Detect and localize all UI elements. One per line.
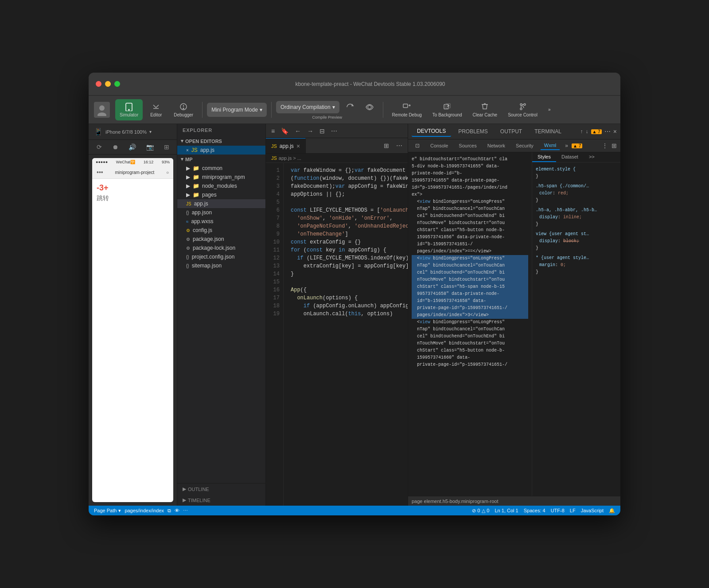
subtab-icon[interactable]: ⊡ bbox=[412, 141, 423, 150]
tab-appjs[interactable]: JS app.js × bbox=[266, 138, 306, 153]
wxml-line-selected: pages/index/index">3</view> bbox=[412, 312, 528, 319]
debugger-button[interactable]: Debugger bbox=[169, 99, 198, 120]
devtools-toolbar: ⊡ Console Sources Network Security Wxml … bbox=[408, 139, 620, 152]
filename: app.js bbox=[194, 201, 208, 207]
outline-section[interactable]: ▶ OUTLINE bbox=[177, 484, 265, 495]
source-control-button[interactable]: Source Control bbox=[503, 99, 542, 120]
nav-forward-icon[interactable]: → bbox=[305, 127, 315, 135]
styles-tab[interactable]: Styles bbox=[532, 152, 556, 162]
file-packagelockjson[interactable]: ⚙ package-lock.json bbox=[177, 244, 265, 252]
separate-icon[interactable]: ⊞ bbox=[163, 143, 170, 151]
tab-terminal[interactable]: TERMINAL bbox=[529, 127, 567, 136]
more-style-tab[interactable]: >> bbox=[584, 152, 600, 162]
wxml-line: ex"> bbox=[412, 191, 528, 198]
split-icon[interactable]: ⊟ bbox=[318, 127, 327, 135]
breadcrumb-text: app.js > ... bbox=[279, 155, 301, 161]
page-path-item[interactable]: Page Path ▾ bbox=[94, 508, 121, 514]
code-content[interactable]: var fakeWindow = {};var fakeDocument = {… bbox=[284, 163, 408, 506]
filename: app.wxss bbox=[191, 218, 214, 224]
devtools-dock-icon[interactable]: ⊞ bbox=[612, 142, 617, 149]
collapse-icon[interactable]: ↑ bbox=[580, 128, 583, 135]
path-value-item: pages/index/index bbox=[125, 508, 164, 513]
tab-output[interactable]: OUTPUT bbox=[495, 127, 527, 136]
subtab-wxml[interactable]: Wxml bbox=[541, 141, 560, 150]
eye-icon[interactable]: 👁 bbox=[175, 508, 179, 513]
errors-item[interactable]: ⊘ 0 △ 0 bbox=[472, 508, 489, 514]
main-area: 📱 iPhone 6/7/8 100% ▾ ⟳ ⏺ 🔊 📷 ⊞ ●●●●● We… bbox=[89, 124, 620, 506]
editor-label: Editor bbox=[150, 112, 162, 117]
phone-network: WeChat🛜 bbox=[116, 160, 135, 164]
tab-problems[interactable]: PROBLEMS bbox=[453, 127, 493, 136]
dataset-tab[interactable]: Dataset bbox=[556, 152, 584, 162]
window-title: kbone-template-preact - WeChat Devtools … bbox=[127, 81, 613, 87]
screenshot-icon[interactable]: 📷 bbox=[145, 143, 155, 151]
style-rule-universal: * {user agent style… margin: 0; } bbox=[536, 255, 617, 276]
tab-devtools[interactable]: DEVTOOLS bbox=[412, 126, 451, 137]
filename: package-lock.json bbox=[193, 245, 235, 251]
outline-label: OUTLINE bbox=[188, 487, 209, 492]
expand-icon[interactable]: ↓ bbox=[586, 128, 588, 135]
more-editor-icon[interactable]: ⋯ bbox=[329, 127, 339, 135]
file-packagejson[interactable]: ⚙ package.json bbox=[177, 235, 265, 244]
file-appwxss[interactable]: ≈ app.wxss bbox=[177, 217, 265, 226]
minimize-button[interactable] bbox=[105, 81, 111, 87]
rotate-icon[interactable]: ⟳ bbox=[96, 143, 103, 151]
subtab-security[interactable]: Security bbox=[512, 142, 537, 150]
file-projectconfigjson[interactable]: {} project.config.json bbox=[177, 252, 265, 261]
remote-debug-label: Remote Debug bbox=[392, 112, 422, 117]
mode-arrow-icon: ▾ bbox=[260, 107, 262, 113]
editor-button[interactable]: Editor bbox=[144, 99, 168, 120]
line-info: Ln 1, Col 1 bbox=[495, 508, 518, 513]
more-tabs-icon[interactable]: ⋯ bbox=[394, 141, 404, 150]
devtools-settings-icon[interactable]: ⋮ bbox=[602, 142, 608, 149]
clear-cache-button[interactable]: Clear Cache bbox=[468, 99, 502, 120]
to-background-button[interactable]: To Background bbox=[428, 99, 467, 120]
folder-node-modules[interactable]: ▶ 📁 node_modules bbox=[177, 182, 265, 190]
file-appjson[interactable]: {} app.json bbox=[177, 208, 265, 217]
wxml-line: nTap" bindtouchcancel="onTouchCan bbox=[412, 205, 528, 213]
timeline-section[interactable]: ▶ TIMELINE bbox=[177, 495, 265, 506]
bookmark-icon[interactable]: 🔖 bbox=[279, 127, 290, 135]
subtab-console[interactable]: Console bbox=[427, 142, 452, 150]
file-sitemapjson[interactable]: {} sitemap.json bbox=[177, 261, 265, 270]
simulator-button[interactable]: Simulator bbox=[115, 99, 143, 120]
more-button[interactable]: » bbox=[544, 99, 555, 120]
folder-pages[interactable]: ▶ 📁 pages bbox=[177, 190, 265, 199]
file-appjs[interactable]: JS app.js bbox=[177, 199, 265, 208]
remote-debug-button[interactable]: Remote Debug bbox=[388, 99, 426, 120]
preview-button[interactable] bbox=[361, 100, 378, 114]
close-button[interactable] bbox=[96, 81, 101, 87]
chevron-right-icon: ▶ bbox=[183, 486, 186, 492]
compilation-selector[interactable]: Ordinary Compilation ▾ bbox=[276, 101, 339, 113]
folder-name: pages bbox=[202, 192, 217, 198]
more-status-icon[interactable]: ⋯ bbox=[183, 508, 188, 514]
subtab-network[interactable]: Network bbox=[484, 142, 509, 150]
tab-close-icon[interactable]: × bbox=[296, 143, 300, 150]
close-icon[interactable]: × bbox=[186, 148, 189, 153]
filename: sitemap.json bbox=[192, 263, 222, 269]
menu-icon[interactable]: ≡ bbox=[269, 127, 277, 135]
volume-icon[interactable]: 🔊 bbox=[128, 143, 137, 151]
devtools-close-icon[interactable]: × bbox=[613, 128, 617, 135]
open-file-appjs[interactable]: × JS app.js bbox=[177, 146, 265, 155]
folder-icon: 📁 bbox=[193, 165, 199, 171]
split-editor-icon[interactable]: ⊞ bbox=[382, 141, 391, 150]
warn-badge: ▲ 7 bbox=[591, 129, 602, 134]
refresh-button[interactable] bbox=[341, 100, 359, 114]
bell-icon[interactable]: 🔔 bbox=[609, 508, 615, 514]
folder-miniprogram-npm[interactable]: ▶ 📁 miniprogram_npm bbox=[177, 173, 265, 182]
subtabs-more-icon[interactable]: » bbox=[565, 143, 568, 149]
subtab-sources[interactable]: Sources bbox=[455, 142, 480, 150]
file-configjs[interactable]: ⚙ config.js bbox=[177, 226, 265, 235]
record-icon[interactable]: ⏺ bbox=[111, 143, 119, 151]
page-path-arrow-icon: ▾ bbox=[118, 508, 121, 514]
nav-back-icon[interactable]: ← bbox=[293, 127, 303, 135]
wxml-panel[interactable]: e" bindtouchstart="onTouchStart" cla 5-d… bbox=[408, 152, 532, 496]
copy-icon[interactable]: ⧉ bbox=[168, 508, 171, 514]
folder-common[interactable]: ▶ 📁 common bbox=[177, 164, 265, 173]
svg-point-7 bbox=[183, 108, 184, 109]
devtools-menu-icon[interactable]: ⋯ bbox=[604, 128, 611, 135]
maximize-button[interactable] bbox=[114, 81, 120, 87]
mode-selector[interactable]: Mini Program Mode ▾ bbox=[207, 103, 267, 117]
phone-statusbar: ●●●●● WeChat🛜 16:12 93% bbox=[92, 158, 173, 166]
